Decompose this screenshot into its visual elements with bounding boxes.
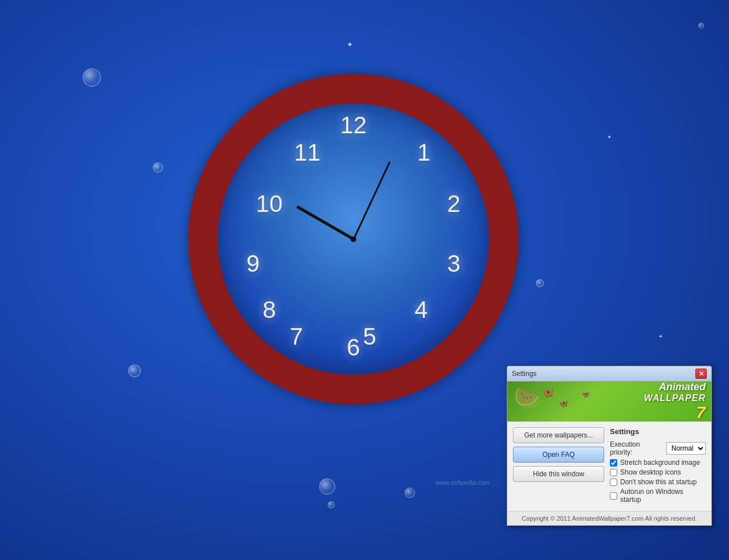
star-2: ✦ [607,134,612,140]
dialog-banner: 🍉 🦋 🦋 🦋 Animated WALLPAPER 7 [507,382,711,422]
clock-num-7: 7 [290,323,303,350]
priority-row: Execution priority: Normal [610,440,706,456]
clock-num-6: 6 [347,334,360,361]
bubble-7 [328,501,335,508]
dialog-buttons: Get more wallpapers... Open FAQ Hide thi… [513,427,604,505]
bubble-1 [83,68,101,87]
clock-num-1: 1 [417,139,430,166]
settings-dialog: Settings ✕ 🍉 🦋 🦋 🦋 Animated WALLPAPER 7 … [507,366,712,526]
bubble-5 [405,488,415,498]
dialog-body: Get more wallpapers... Open FAQ Hide thi… [507,422,711,511]
minute-hand [353,161,390,239]
star-1: ✦ [347,40,353,49]
dont-show-row: Don't show this at startup [610,478,706,486]
watermark: www.softpedia.com [435,479,490,486]
clock-container: 12 1 2 3 4 5 6 7 8 9 10 11 [188,74,519,444]
clock-num-9: 9 [246,250,259,277]
clock-num-3: 3 [447,250,460,277]
bubble-8 [698,23,704,28]
dont-show-label: Don't show this at startup [620,478,697,486]
butterfly-2: 🦋 [559,399,568,408]
clock-num-5: 5 [363,323,376,350]
priority-label: Execution priority: [610,440,663,456]
dialog-settings-panel: Settings Execution priority: Normal Stre… [610,427,706,505]
clock-num-12: 12 [340,112,367,139]
stretch-checkbox[interactable] [610,459,617,467]
clock-num-2: 2 [447,190,460,218]
clock-num-4: 4 [414,296,427,324]
autorun-checkbox[interactable] [610,492,617,500]
show-icons-row: Show desktop icons [610,468,706,476]
clock-num-8: 8 [263,296,276,324]
clock-num-10: 10 [256,190,283,218]
dialog-close-button[interactable]: ✕ [695,369,707,379]
show-icons-checkbox[interactable] [610,469,617,476]
butterfly-1: 🦋 [541,386,554,399]
show-icons-label: Show desktop icons [620,468,681,476]
butterfly-3: 🦋 [581,390,590,398]
dialog-title: Settings [512,370,536,378]
autorun-label: Autorun on Windows startup [620,488,706,504]
clock-num-11: 11 [294,139,321,166]
bubble-6 [319,479,335,494]
bubble-4 [128,365,141,377]
priority-select[interactable]: Normal [666,442,706,455]
clock-center [351,236,356,242]
dialog-titlebar: Settings ✕ [507,366,711,382]
autorun-row: Autorun on Windows startup [610,488,706,504]
open-faq-button[interactable]: Open FAQ [513,447,604,463]
hide-window-button[interactable]: Hide this window [513,466,604,482]
bubble-2 [153,162,163,173]
hour-hand [296,205,354,240]
stretch-label: Stretch background image [620,459,700,467]
star-6: ✦ [658,333,663,340]
get-more-wallpapers-button[interactable]: Get more wallpapers... [513,427,604,443]
clock-face: 12 1 2 3 4 5 6 7 8 9 10 11 [188,74,519,404]
dont-show-checkbox[interactable] [610,479,617,486]
copyright-text: Copyright © 2011 AnimatedWallpaper7.com … [522,515,697,522]
settings-section-title: Settings [610,427,706,436]
dialog-footer: Copyright © 2011 AnimatedWallpaper7.com … [507,511,711,525]
bubble-3 [536,279,544,287]
banner-logo: Animated WALLPAPER 7 [644,382,706,422]
stretch-row: Stretch background image [610,459,706,467]
